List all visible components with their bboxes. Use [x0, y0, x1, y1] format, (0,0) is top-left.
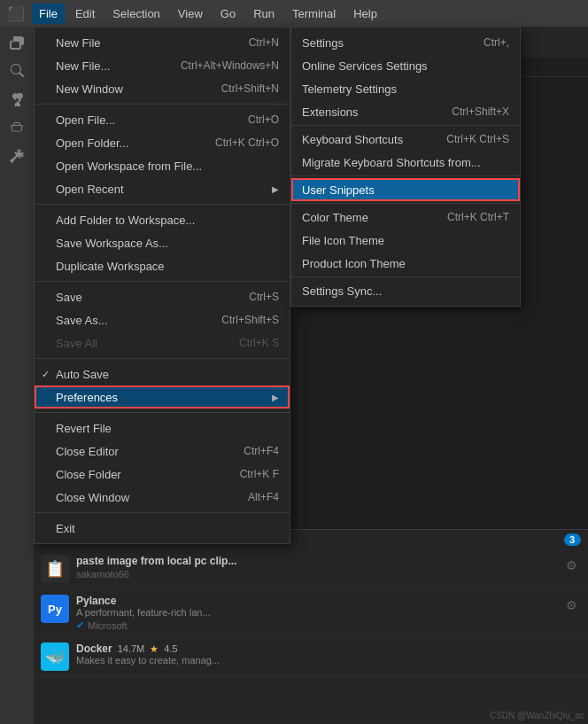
menu-open-workspace[interactable]: Open Workspace from File...: [35, 154, 290, 177]
pref-separator-1: [291, 125, 520, 126]
pref-settings-sync[interactable]: Settings Sync...: [291, 279, 520, 302]
ext-info-pylance: Pylance A performant, feature-rich lan..…: [76, 595, 555, 631]
ext-author-pylance: Microsoft: [88, 620, 128, 631]
pref-file-icon-theme[interactable]: File Icon Theme: [291, 229, 520, 252]
pref-extensions[interactable]: Extensions Ctrl+Shift+X: [291, 100, 520, 123]
menu-close-window[interactable]: Close Window Alt+F4: [35, 486, 290, 509]
auto-save-checkmark: ✓: [42, 369, 50, 380]
pref-separator-3: [291, 203, 520, 204]
menu-duplicate-workspace[interactable]: Duplicate Workspace: [35, 254, 290, 277]
ext-meta-paste: sakamoto66: [76, 569, 555, 580]
extensions-panel: Recommended 3 📋 paste image from local p…: [34, 529, 588, 724]
sidebar-icon-source-control[interactable]: [4, 87, 29, 112]
ext-item-pylance[interactable]: Py Pylance A performant, feature-rich la…: [34, 589, 588, 637]
pref-color-theme[interactable]: Color Theme Ctrl+K Ctrl+T: [291, 206, 520, 229]
sidebar-icon-debug[interactable]: [4, 115, 29, 140]
ext-name-paste: paste image from local pc clip...: [76, 555, 555, 567]
pref-settings[interactable]: Settings Ctrl+,: [291, 31, 520, 54]
menu-section-exit: Exit: [35, 513, 290, 543]
ext-icon-pylance: Py: [41, 595, 69, 623]
menu-new-file[interactable]: New File Ctrl+N: [35, 31, 290, 54]
menu-add-folder[interactable]: Add Folder to Workspace...: [35, 208, 290, 231]
menu-auto-save[interactable]: ✓ Auto Save: [35, 362, 290, 385]
ext-info-docker: Docker 14.7M ★ 4.5 Makes it easy to crea…: [76, 642, 581, 666]
menu-section-workspace: Add Folder to Workspace... Save Workspac…: [35, 205, 290, 282]
menu-save-workspace-as[interactable]: Save Workspace As...: [35, 231, 290, 254]
pref-keyboard-shortcuts[interactable]: Keyboard Shortcuts Ctrl+K Ctrl+S: [291, 128, 520, 151]
menu-open-folder[interactable]: Open Folder... Ctrl+K Ctrl+O: [35, 131, 290, 154]
sidebar: [0, 27, 34, 724]
menu-go[interactable]: Go: [213, 4, 243, 24]
ext-desc-pylance: A performant, feature-rich lan...: [76, 607, 555, 618]
preferences-submenu: Settings Ctrl+, Online Services Settings…: [290, 27, 521, 307]
menu-view[interactable]: View: [171, 4, 210, 24]
menu-save-as[interactable]: Save As... Ctrl+Shift+S: [35, 308, 290, 331]
title-bar: ⬛ File Edit Selection View Go Run Termin…: [0, 0, 588, 27]
ext-info-paste: paste image from local pc clip... sakamo…: [76, 555, 555, 580]
menu-save-all: Save All Ctrl+K S: [35, 331, 290, 354]
ext-desc-docker: Makes it easy to create, manag...: [76, 655, 581, 666]
menu-section-open: Open File... Ctrl+O Open Folder... Ctrl+…: [35, 105, 290, 205]
file-menu: New File Ctrl+N New File... Ctrl+Alt+Win…: [34, 27, 290, 544]
pref-product-icon-theme[interactable]: Product Icon Theme: [291, 252, 520, 275]
menu-section-new: New File Ctrl+N New File... Ctrl+Alt+Win…: [35, 27, 290, 105]
extensions-badge: 3: [564, 533, 581, 546]
menu-exit[interactable]: Exit: [35, 517, 290, 540]
ext-gear-pylance[interactable]: ⚙: [562, 595, 581, 616]
ext-verified-pylance: ✔: [76, 619, 84, 631]
menu-open-recent[interactable]: Open Recent ▶: [35, 177, 290, 200]
menu-new-window[interactable]: New Window Ctrl+Shift+N: [35, 77, 290, 100]
menu-preferences[interactable]: Preferences ▶: [35, 385, 290, 409]
ext-name-pylance: Pylance: [76, 595, 555, 607]
menu-close-folder[interactable]: Close Folder Ctrl+K F: [35, 463, 290, 486]
menu-new-file-dialog[interactable]: New File... Ctrl+Alt+Windows+N: [35, 54, 290, 77]
menu-close-editor[interactable]: Close Editor Ctrl+F4: [35, 440, 290, 463]
ext-rating-value-docker: 4.5: [164, 643, 177, 654]
ext-rating-docker: ★: [150, 643, 159, 655]
menu-selection[interactable]: Selection: [105, 4, 166, 24]
menu-edit[interactable]: Edit: [68, 4, 102, 24]
pref-user-snippets[interactable]: User Snippets: [291, 178, 520, 201]
menu-terminal[interactable]: Terminal: [285, 4, 343, 24]
ext-meta-pylance: ✔ Microsoft: [76, 619, 555, 631]
watermark: CSDN @WanZhiQiu_ac: [490, 711, 584, 720]
app-icon: ⬛: [7, 5, 25, 22]
sidebar-icon-explorer[interactable]: [4, 30, 29, 55]
ext-downloads-docker: 14.7M: [118, 643, 145, 654]
menu-section-close: Revert File Close Editor Ctrl+F4 Close F…: [35, 413, 290, 513]
ext-item-paste[interactable]: 📋 paste image from local pc clip... saka…: [34, 549, 588, 589]
menu-save[interactable]: Save Ctrl+S: [35, 285, 290, 308]
ext-icon-paste: 📋: [41, 555, 69, 583]
sidebar-icon-extensions[interactable]: [4, 144, 29, 168]
menu-file[interactable]: File: [32, 4, 65, 24]
ext-icon-docker: 🐳: [41, 642, 69, 671]
menu-revert-file[interactable]: Revert File: [35, 416, 290, 440]
menu-section-autosave: ✓ Auto Save Preferences ▶: [35, 359, 290, 413]
pref-separator-4: [291, 276, 520, 277]
pref-telemetry[interactable]: Telemetry Settings: [291, 77, 520, 100]
sidebar-icon-search[interactable]: [4, 58, 29, 83]
menu-run[interactable]: Run: [246, 4, 282, 24]
ext-gear-paste[interactable]: ⚙: [562, 555, 581, 576]
pref-online-services[interactable]: Online Services Settings: [291, 54, 520, 77]
ext-author-paste: sakamoto66: [76, 569, 129, 580]
ext-name-docker: Docker: [76, 642, 112, 655]
menu-help[interactable]: Help: [346, 4, 384, 24]
menu-section-save: Save Ctrl+S Save As... Ctrl+Shift+S Save…: [35, 282, 290, 359]
ext-item-docker[interactable]: 🐳 Docker 14.7M ★ 4.5 Makes it easy to cr…: [34, 637, 588, 677]
menu-open-file[interactable]: Open File... Ctrl+O: [35, 108, 290, 131]
pref-separator-2: [291, 175, 520, 176]
pref-migrate-keyboard[interactable]: Migrate Keyboard Shortcuts from...: [291, 151, 520, 174]
